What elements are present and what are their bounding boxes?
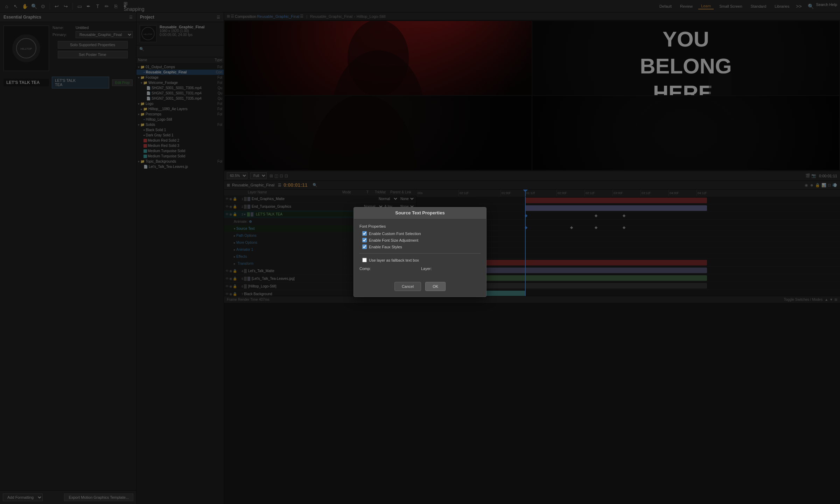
cb-fallback-label: Use layer as fallback text box: [369, 258, 419, 262]
cb-faux-styles-row: Enable Faux Styles: [359, 244, 481, 249]
cb-font-size[interactable]: [362, 238, 367, 242]
dialog-content: Font Properties Enable Custom Font Selec…: [354, 219, 486, 282]
cb-font-size-row: Enable Font Size Adjustment: [359, 238, 481, 242]
dialog-buttons: Cancel OK: [354, 282, 486, 297]
dialog-cancel-btn[interactable]: Cancel: [394, 282, 421, 291]
dialog-overlay: Source Text Properties Font Properties E…: [0, 0, 840, 504]
cb-faux-styles[interactable]: [362, 244, 367, 249]
dialog-comp-row: Comp: Layer:: [359, 267, 481, 271]
cb-fallback-row: Use layer as fallback text box: [359, 258, 481, 262]
dialog-layer-label: Layer:: [421, 267, 439, 271]
cb-fallback[interactable]: [362, 258, 367, 262]
source-text-properties-dialog: Source Text Properties Font Properties E…: [354, 207, 486, 297]
cb-custom-font[interactable]: [362, 231, 367, 236]
dialog-comp-label: Comp:: [359, 267, 377, 271]
cb-font-size-label: Enable Font Size Adjustment: [369, 238, 418, 242]
dialog-title: Source Text Properties: [354, 207, 486, 219]
font-section-title: Font Properties: [359, 224, 481, 228]
cb-custom-font-label: Enable Custom Font Selection: [369, 232, 421, 236]
cb-faux-styles-label: Enable Faux Styles: [369, 245, 402, 249]
cb-custom-font-row: Enable Custom Font Selection: [359, 231, 481, 236]
dialog-separator: [359, 253, 481, 254]
dialog-ok-btn[interactable]: OK: [425, 282, 446, 291]
